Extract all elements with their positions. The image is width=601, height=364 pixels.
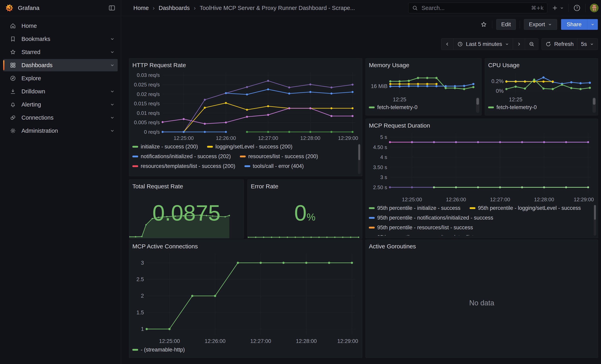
sidebar-collapse-icon[interactable] — [108, 4, 116, 12]
svg-text:2.50 s: 2.50 s — [373, 184, 387, 190]
legend-item[interactable]: 95th percentile - resources/list - succe… — [369, 225, 473, 231]
stat-value: 0% — [248, 202, 362, 224]
toolbar-divider — [520, 20, 520, 29]
favorite-star-icon[interactable] — [480, 21, 487, 28]
scrollbar-thumb[interactable] — [594, 205, 596, 220]
edit-button[interactable]: Edit — [496, 19, 516, 30]
time-shift-back-button[interactable] — [441, 39, 453, 50]
legend-item[interactable]: resources/list - success (200) — [240, 153, 318, 159]
chevron-down-icon[interactable] — [110, 89, 115, 94]
memory-usage-chart[interactable]: 16 MiB12:25 — [369, 69, 478, 103]
sidebar-item-home[interactable]: Home — [3, 20, 118, 32]
legend-scrollbar[interactable] — [592, 97, 596, 113]
legend-swatch — [470, 207, 475, 209]
panel-title[interactable]: Active Goroutines — [369, 242, 595, 251]
legend-row: - (streamable-http) — [132, 345, 359, 355]
legend-row: 95th percentile - initialize - success95… — [369, 203, 595, 213]
svg-text:12:27:00: 12:27:00 — [258, 135, 278, 141]
svg-text:12:27:00: 12:27:00 — [490, 197, 510, 202]
legend-scrollbar[interactable] — [594, 205, 596, 236]
sidebar-item-administration[interactable]: Administration — [3, 125, 118, 137]
add-button[interactable] — [552, 5, 564, 11]
svg-text:12:25: 12:25 — [509, 97, 522, 103]
sidebar-item-label: Administration — [21, 128, 58, 134]
svg-text:3: 3 — [141, 260, 144, 266]
panel-title[interactable]: Memory Usage — [369, 61, 478, 69]
legend-swatch — [369, 217, 375, 219]
legend-item[interactable]: tools/call - success (200) — [132, 173, 200, 174]
refresh-interval-picker[interactable]: 5s — [577, 39, 598, 50]
starred-icon — [10, 49, 16, 55]
sidebar-item-explore[interactable]: Explore — [3, 72, 118, 84]
panel-title[interactable]: Error Rate — [251, 182, 359, 191]
alerting-icon — [10, 101, 16, 108]
legend-item[interactable]: logging/setLevel - success (200) — [207, 144, 292, 150]
legend-label: resources/list - success (200) — [248, 153, 318, 159]
panel-title[interactable]: MCP Request Duration — [369, 121, 595, 130]
export-button[interactable]: Export — [524, 19, 557, 30]
sidebar-item-alerting[interactable]: Alerting — [3, 98, 118, 111]
svg-text:12:25:00: 12:25:00 — [159, 338, 180, 344]
search-shortcut: ⌘+k — [531, 5, 544, 11]
chevron-down-icon[interactable] — [110, 63, 115, 68]
search-box[interactable]: ⌘+k — [408, 3, 547, 13]
sidebar-item-bookmarks[interactable]: Bookmarks — [3, 33, 118, 45]
legend-row: resources/templates/list - success (200)… — [132, 161, 359, 171]
scrollbar-thumb[interactable] — [593, 98, 595, 105]
legend-label: tools/call - success (200) — [141, 173, 200, 174]
legend-item[interactable]: - (streamable-http) — [132, 347, 185, 353]
legend-item[interactable]: 95th percentile - initialize - success — [369, 205, 461, 211]
legend-item[interactable]: 95th percentile - logging/setLevel - suc… — [470, 205, 581, 211]
time-range-picker[interactable]: Last 5 minutes — [453, 39, 513, 50]
legend-item[interactable]: initialize - success (200) — [132, 144, 198, 150]
grafana-logo[interactable] — [5, 4, 13, 12]
panel-title[interactable]: MCP Active Connections — [132, 242, 359, 251]
svg-text:12:29:00: 12:29:00 — [338, 135, 358, 141]
legend-item[interactable]: tools/list - success (200) — [209, 173, 275, 174]
sidebar-item-connections[interactable]: Connections — [3, 111, 118, 124]
chevron-down-icon[interactable] — [110, 36, 115, 41]
chevron-down-icon[interactable] — [110, 115, 115, 120]
sidebar-item-dashboards[interactable]: Dashboards — [3, 59, 118, 71]
chevron-down-icon[interactable] — [110, 49, 115, 55]
legend-item[interactable]: fetch-telemetry-0 — [369, 104, 418, 110]
legend-item[interactable]: fetch-telemetry-0 — [488, 104, 537, 110]
help-button[interactable]: ? — [573, 4, 581, 12]
svg-text:4.50 s: 4.50 s — [373, 144, 387, 150]
legend-scrollbar[interactable] — [476, 97, 479, 113]
breadcrumb-item[interactable]: Dashboards — [159, 5, 190, 11]
scrollbar-thumb[interactable] — [476, 98, 479, 105]
search-input[interactable] — [421, 5, 528, 11]
panel-title[interactable]: HTTP Request Rate — [132, 61, 359, 69]
legend-scrollbar[interactable] — [358, 144, 361, 174]
scrollbar-thumb[interactable] — [358, 144, 360, 160]
share-button[interactable]: Share — [561, 19, 587, 30]
legend-item[interactable]: 95th percentile - resources/templates/li… — [369, 234, 498, 236]
user-avatar[interactable] — [590, 4, 599, 12]
legend-item[interactable]: resources/templates/list - success (200) — [132, 163, 235, 169]
mcp-active-connections-chart[interactable]: 11.522.5312:25:0012:26:0012:27:0012:28:0… — [132, 251, 359, 345]
legend-label: 95th percentile - resources/list - succe… — [377, 225, 473, 231]
svg-text:12:28:00: 12:28:00 — [296, 338, 317, 344]
legend-swatch — [369, 227, 375, 228]
cpu-usage-chart[interactable]: 0.2%0%12:25 — [488, 69, 595, 103]
breadcrumb-item[interactable]: ToolHive MCP Server & Proxy Runner Dashb… — [200, 5, 355, 11]
sidebar-item-starred[interactable]: Starred — [3, 46, 118, 58]
panel-title[interactable]: Total Request Rate — [132, 182, 240, 191]
refresh-button[interactable]: Refresh — [542, 39, 577, 50]
mcp-request-duration-chart[interactable]: 2.50 s3 s3.50 s4 s4.50 s5 s12:25:0012:26… — [369, 130, 595, 203]
chevron-down-icon[interactable] — [110, 102, 115, 107]
zoom-out-button[interactable] — [525, 39, 538, 50]
legend-item[interactable]: tools/call - error (404) — [244, 163, 304, 169]
panel-title[interactable]: CPU Usage — [488, 61, 595, 69]
http-request-rate-chart[interactable]: 0 req/s0.005 req/s0.01 req/s0.015 req/s0… — [132, 69, 359, 142]
legend-item[interactable]: notifications/initialized - success (202… — [132, 153, 231, 159]
sidebar-item-drilldown[interactable]: Drilldown — [3, 85, 118, 98]
legend-item[interactable]: 95th percentile - notifications/initiali… — [369, 215, 493, 221]
time-shift-forward-button[interactable] — [513, 39, 525, 50]
legend-item[interactable]: unknown - success (200) — [284, 173, 352, 174]
svg-text:0.03 req/s: 0.03 req/s — [137, 72, 160, 78]
breadcrumb-item[interactable]: Home — [133, 5, 149, 11]
share-caret-button[interactable] — [587, 19, 598, 30]
chevron-down-icon[interactable] — [110, 128, 115, 133]
